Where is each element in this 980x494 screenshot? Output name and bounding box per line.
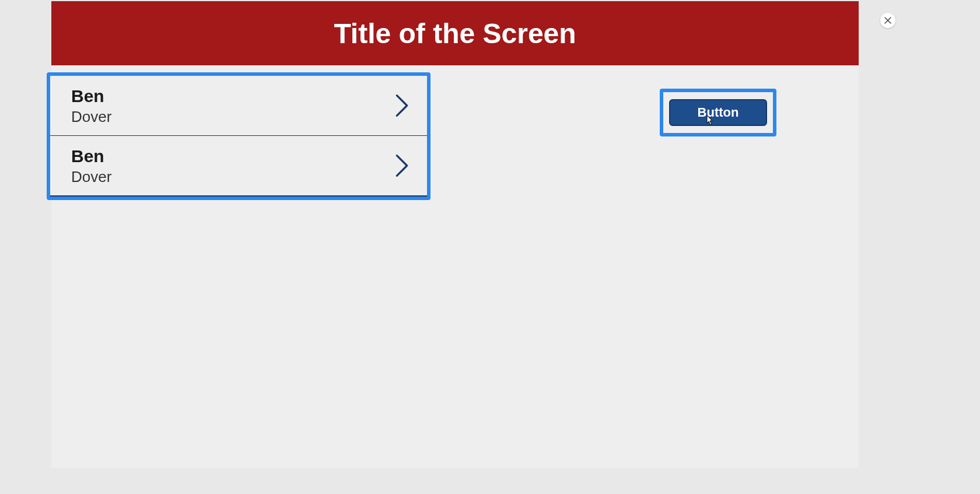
list-item[interactable]: Ben Dover xyxy=(50,76,427,136)
list-item-text: Ben Dover xyxy=(71,145,111,186)
chevron-right-icon xyxy=(394,153,410,178)
primary-button[interactable]: Button xyxy=(669,99,767,126)
header-bar: Title of the Screen xyxy=(51,1,859,65)
button-label: Button xyxy=(698,105,739,120)
chevron-right-icon xyxy=(394,93,410,118)
close-button[interactable] xyxy=(880,13,895,28)
list-item-secondary: Dover xyxy=(71,167,111,187)
list-item[interactable]: Ben Dover xyxy=(50,136,427,197)
button-highlight-box: Button xyxy=(660,89,776,136)
list-item-secondary: Dover xyxy=(71,107,111,127)
content-area: Ben Dover Ben Dover Button xyxy=(51,65,859,468)
list-item-text: Ben Dover xyxy=(71,85,111,126)
page-title: Title of the Screen xyxy=(334,17,576,50)
list-item-primary: Ben xyxy=(71,85,111,107)
close-icon xyxy=(884,17,891,24)
screen: Title of the Screen Ben Dover Ben Dover xyxy=(51,1,859,468)
list-highlight-box: Ben Dover Ben Dover xyxy=(47,72,430,200)
list-item-primary: Ben xyxy=(71,145,111,167)
